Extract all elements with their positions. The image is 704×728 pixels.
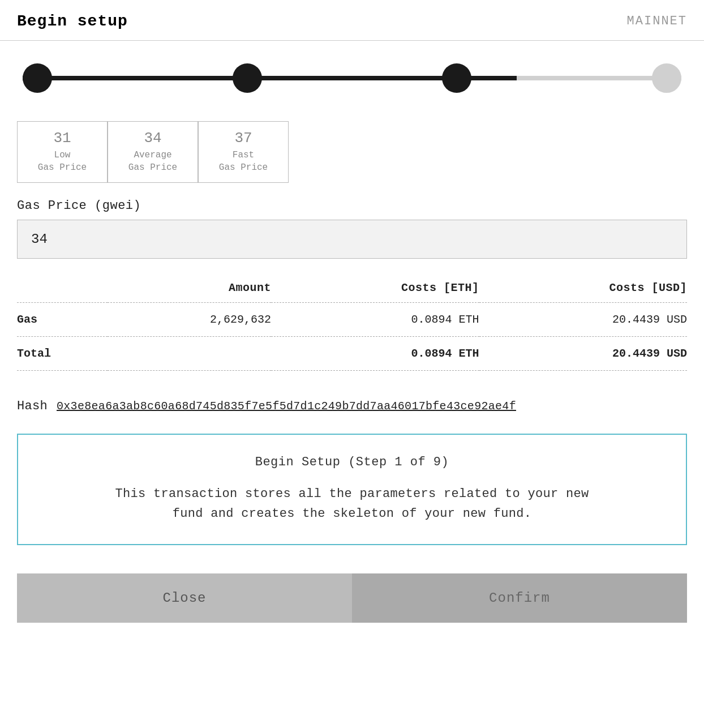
gas-card-fast[interactable]: 37 Fast Gas Price: [198, 121, 289, 183]
progress-bar: [17, 63, 687, 93]
confirm-button[interactable]: Confirm: [352, 573, 687, 623]
close-button[interactable]: Close: [17, 573, 352, 623]
gas-cards: 31 Low Gas Price 34 Average Gas Price 37…: [17, 121, 687, 183]
total-row: Total 0.0894 ETH 20.4439 USD: [17, 337, 687, 370]
gas-low-label: Low Gas Price: [38, 150, 87, 173]
gas-input-container[interactable]: 34: [17, 220, 687, 259]
progress-dot-4: [652, 63, 681, 93]
col-header-costs-usd: Costs [USD]: [479, 281, 688, 303]
progress-dot-1: [23, 63, 52, 93]
gas-card-average[interactable]: 34 Average Gas Price: [108, 121, 198, 183]
main-content: 31 Low Gas Price 34 Average Gas Price 37…: [0, 41, 704, 640]
hash-row: Hash 0x3e8ea6a3ab8c60a68d745d835f7e5f5d7…: [17, 399, 687, 413]
row-gas-amount: 2,629,632: [108, 303, 271, 337]
hash-link[interactable]: 0x3e8ea6a3ab8c60a68d745d835f7e5f5d7d1c24…: [57, 400, 516, 413]
col-header-costs-eth: Costs [ETH]: [271, 281, 479, 303]
gas-fast-label: Fast Gas Price: [219, 150, 268, 173]
hash-label: Hash: [17, 399, 48, 413]
page-title: Begin setup: [17, 12, 128, 30]
row-gas-eth: 0.0894 ETH: [271, 303, 479, 337]
gas-input-value: 34: [31, 232, 48, 247]
table-row: Gas 2,629,632 0.0894 ETH 20.4439 USD: [17, 303, 687, 337]
gas-average-value: 34: [124, 130, 182, 147]
gas-low-value: 31: [33, 130, 91, 147]
progress-dot-2: [233, 63, 262, 93]
total-label: Total: [17, 337, 108, 370]
col-header-label: [17, 281, 108, 303]
button-row: Close Confirm: [17, 573, 687, 623]
progress-dots: [23, 63, 681, 93]
gas-price-label: Gas Price (gwei): [17, 199, 687, 213]
info-box-text: This transaction stores all the paramete…: [41, 484, 663, 524]
gas-average-label: Average Gas Price: [128, 150, 177, 173]
progress-dot-3: [442, 63, 471, 93]
total-usd: 20.4439 USD: [479, 337, 688, 370]
cost-table: Amount Costs [ETH] Costs [USD] Gas 2,629…: [17, 281, 687, 371]
total-eth: 0.0894 ETH: [271, 337, 479, 370]
col-header-amount: Amount: [108, 281, 271, 303]
gas-fast-value: 37: [214, 130, 272, 147]
total-amount: [108, 337, 271, 370]
gas-card-low[interactable]: 31 Low Gas Price: [17, 121, 108, 183]
info-box-title: Begin Setup (Step 1 of 9): [41, 455, 663, 469]
row-gas-label: Gas: [17, 303, 108, 337]
info-box: Begin Setup (Step 1 of 9) This transacti…: [17, 434, 687, 545]
row-gas-usd: 20.4439 USD: [479, 303, 688, 337]
header: Begin setup MAINNET: [0, 0, 704, 41]
table-bottom-divider: [17, 370, 687, 371]
network-badge: MAINNET: [627, 14, 687, 28]
